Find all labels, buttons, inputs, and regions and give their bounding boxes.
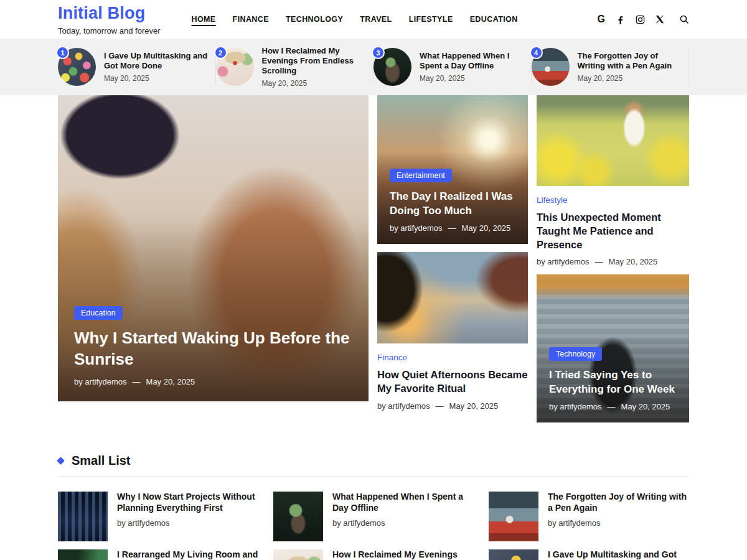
post-card-lifestyle: Lifestyle This Unexpected Moment Taught … (537, 95, 689, 266)
post-thumbnail[interactable] (273, 492, 323, 541)
post-meta: by artifydemos—May 20, 2025 (390, 223, 515, 233)
post-title[interactable]: How Quiet Afternoons Became My Favorite … (377, 368, 528, 396)
post-title[interactable]: This Unexpected Moment Taught Me Patienc… (537, 211, 689, 251)
site-logo[interactable]: Initial Blog (58, 4, 161, 23)
post-card-finance: Finance How Quiet Afternoons Became My F… (377, 252, 528, 411)
post-title[interactable]: I Gave Up Multitasking and Got More Done (104, 51, 209, 72)
post-thumbnail[interactable]: 3 (374, 48, 411, 86)
post-thumbnail[interactable]: 2 (216, 48, 254, 86)
featured-post[interactable]: Education Why I Started Waking Up Before… (58, 95, 369, 401)
post-title[interactable]: The Day I Realized I Was Doing Too Much (390, 190, 515, 218)
post-date: May 20, 2025 (609, 257, 658, 266)
post-meta: by artifydemos—May 20, 2025 (377, 401, 528, 411)
post-title[interactable]: The Forgotten Joy of Writing with a Pen … (578, 51, 682, 72)
post-author: by artifydemos (537, 257, 590, 266)
google-icon[interactable]: G (598, 14, 605, 25)
ticker-text: I Gave Up Multitasking and Got More Done… (104, 51, 209, 83)
post-date: May 20, 2025 (462, 223, 511, 233)
post-date: May 20, 2025 (262, 79, 367, 88)
section-header: Small List (58, 454, 689, 468)
ticker-text: What Happened When I Spent a Day Offline… (420, 51, 524, 83)
nav-item-finance[interactable]: FINANCE (233, 15, 269, 24)
category-badge[interactable]: Technology (549, 347, 602, 361)
post-title[interactable]: I Gave Up Multitasking and Got More (548, 549, 689, 560)
nav-item-lifestyle[interactable]: LIFESTYLE (409, 15, 453, 24)
nav-item-travel[interactable]: TRAVEL (360, 15, 392, 24)
post-title[interactable]: How I Reclaimed My Evenings From Endless… (262, 46, 367, 77)
main-nav: HOME FINANCE TECHNOLOGY TRAVEL LIFESTYLE… (192, 15, 518, 24)
post-author: by artifydemos (549, 402, 602, 411)
ticker-item[interactable]: 2 How I Reclaimed My Evenings From Endle… (216, 39, 374, 95)
post-thumbnail[interactable]: 4 (532, 48, 570, 86)
post-title[interactable]: The Forgotten Joy of Writing with a Pen … (548, 492, 689, 514)
post-thumbnail[interactable]: 1 (58, 48, 96, 86)
nav-item-technology[interactable]: TECHNOLOGY (286, 15, 343, 24)
list-item-text: How I Reclaimed My Evenings From (332, 549, 474, 560)
post-author: by artifydemos (548, 518, 689, 528)
post-title[interactable]: What Happened When I Spent a Day Offline (332, 492, 474, 514)
post-thumbnail[interactable] (537, 95, 689, 186)
post-thumbnail[interactable] (58, 492, 108, 541)
list-item-text: I Gave Up Multitasking and Got More (548, 549, 689, 560)
meta-separator: — (436, 401, 444, 411)
post-date: May 20, 2025 (621, 402, 670, 411)
site-tagline: Today, tomorrow and forever (58, 26, 161, 35)
post-title[interactable]: How I Reclaimed My Evenings From (332, 549, 474, 560)
small-list-grid: Why I Now Start Projects Without Plannin… (58, 492, 689, 560)
post-thumbnail[interactable] (489, 549, 538, 560)
meta-separator: — (595, 257, 603, 266)
post-title[interactable]: What Happened When I Spent a Day Offline (420, 51, 524, 72)
rank-badge: 3 (372, 46, 385, 59)
post-meta: by artifydemos—May 20, 2025 (74, 377, 352, 386)
post-thumbnail[interactable] (273, 549, 323, 560)
x-twitter-icon[interactable] (655, 15, 664, 24)
category-badge[interactable]: Entertainment (390, 169, 452, 182)
nav-item-education[interactable]: EDUCATION (470, 15, 518, 24)
meta-separator: — (608, 402, 616, 411)
trending-ticker: 1 I Gave Up Multitasking and Got More Do… (0, 39, 747, 95)
small-list-section: Small List Why I Now Start Projects With… (58, 454, 689, 560)
post-title[interactable]: I Tried Saying Yes to Everything for One… (549, 368, 677, 396)
list-item[interactable]: What Happened When I Spent a Day Offline… (273, 492, 474, 541)
post-date: May 20, 2025 (449, 401, 499, 411)
list-item-text: The Forgotten Joy of Writing with a Pen … (548, 492, 689, 541)
instagram-icon[interactable] (636, 15, 645, 24)
ticker-text: How I Reclaimed My Evenings From Endless… (262, 46, 367, 88)
list-item[interactable]: I Gave Up Multitasking and Got More (489, 549, 689, 560)
ticker-item[interactable]: 4 The Forgotten Joy of Writing with a Pe… (532, 39, 690, 95)
site-header: Initial Blog Today, tomorrow and forever… (0, 0, 747, 39)
post-title[interactable]: Why I Now Start Projects Without Plannin… (117, 492, 258, 514)
post-title[interactable]: I Rearranged My Living Room and (117, 549, 258, 560)
meta-separator: — (133, 377, 141, 386)
ticker-item[interactable]: 1 I Gave Up Multitasking and Got More Do… (58, 39, 216, 95)
list-item[interactable]: The Forgotten Joy of Writing with a Pen … (489, 492, 689, 541)
category-badge[interactable]: Education (74, 306, 123, 320)
featured-grid: Education Why I Started Waking Up Before… (58, 95, 689, 422)
rank-badge: 4 (530, 46, 543, 59)
post-card-entertainment[interactable]: Entertainment The Day I Realized I Was D… (377, 95, 528, 244)
list-item[interactable]: I Rearranged My Living Room and (58, 549, 258, 560)
post-author: by artifydemos (117, 518, 258, 528)
nav-item-home[interactable]: HOME (192, 15, 216, 24)
search-icon[interactable] (679, 14, 689, 24)
category-link[interactable]: Lifestyle (537, 195, 568, 205)
rank-badge: 2 (214, 46, 227, 59)
post-author: by artifydemos (390, 223, 443, 233)
post-thumbnail[interactable] (377, 252, 528, 343)
list-item-text: Why I Now Start Projects Without Plannin… (117, 492, 258, 541)
rank-badge: 1 (56, 46, 69, 59)
post-card-technology[interactable]: Technology I Tried Saying Yes to Everyth… (537, 274, 689, 422)
post-title[interactable]: Why I Started Waking Up Before the Sunri… (74, 328, 352, 370)
card-overlay: Entertainment The Day I Realized I Was D… (377, 157, 528, 244)
list-item[interactable]: Why I Now Start Projects Without Plannin… (58, 492, 258, 541)
list-item[interactable]: How I Reclaimed My Evenings From (273, 549, 474, 560)
post-meta: by artifydemos—May 20, 2025 (537, 257, 689, 266)
ticker-text: The Forgotten Joy of Writing with a Pen … (578, 51, 682, 83)
post-author: by artifydemos (377, 401, 430, 411)
post-date: May 20, 2025 (146, 377, 195, 386)
post-thumbnail[interactable] (489, 492, 538, 541)
ticker-item[interactable]: 3 What Happened When I Spent a Day Offli… (374, 39, 532, 95)
category-link[interactable]: Finance (377, 353, 407, 362)
facebook-icon[interactable] (616, 15, 625, 24)
post-thumbnail[interactable] (58, 549, 108, 560)
